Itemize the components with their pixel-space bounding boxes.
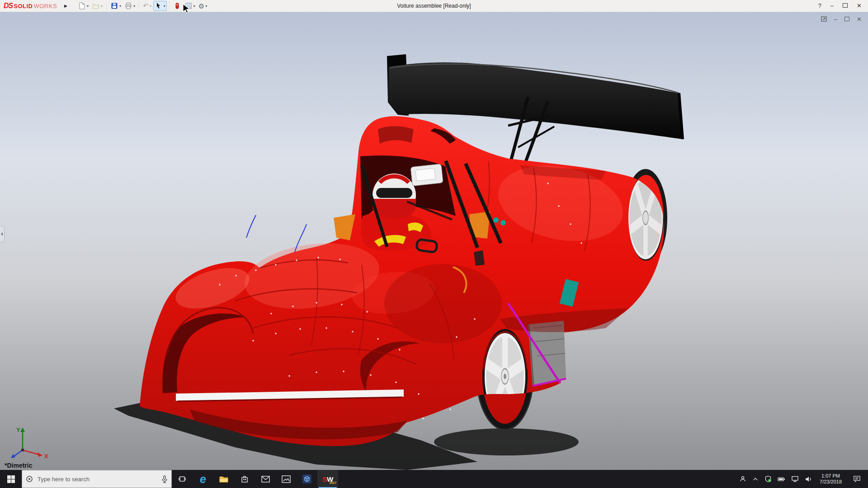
battery-button[interactable] — [778, 470, 785, 488]
dropdown-arrow-icon[interactable]: ▾ — [119, 4, 121, 8]
teal-detail — [493, 217, 499, 223]
doc-restore-icon — [844, 17, 849, 21]
people-button[interactable] — [739, 470, 746, 488]
select-tool-button[interactable]: ▾ — [153, 1, 167, 11]
document-window-controls: – ✕ — [821, 16, 862, 23]
edrawings-button[interactable] — [297, 470, 317, 488]
brand-solid: SOLID — [14, 3, 33, 9]
undo-button[interactable]: ↶ ▾ — [142, 2, 153, 10]
teal-detail — [500, 220, 506, 225]
dropdown-arrow-icon[interactable]: ▾ — [150, 4, 151, 8]
titlebar: DS SOLIDWORKS ▶ ▾ ▾ — [0, 0, 868, 12]
doc-minimize-button[interactable]: – — [834, 17, 837, 22]
file-explorer-button[interactable] — [213, 470, 234, 488]
orientation-triad[interactable]: Y X — [5, 424, 51, 460]
battery-icon — [778, 476, 785, 483]
show-hidden-icons-button[interactable] — [752, 470, 759, 488]
clock-date: 7/23/2018 — [820, 479, 842, 485]
cortana-icon — [26, 475, 33, 483]
edge-button[interactable]: e — [193, 470, 213, 488]
doc-restore-button[interactable] — [844, 17, 849, 22]
solidworks-logo: DS SOLIDWORKS — [4, 2, 57, 10]
print-button[interactable]: ▾ — [123, 1, 137, 11]
help-button[interactable]: ? — [818, 3, 821, 9]
feature-panel-handle[interactable] — [0, 226, 5, 242]
toolbar-separator — [169, 2, 170, 10]
dropdown-arrow-icon[interactable]: ▾ — [193, 4, 195, 8]
brand-works: WORKS — [33, 3, 57, 9]
file-explorer-icon — [219, 475, 228, 483]
open-folder-icon — [92, 2, 100, 10]
triad-x-label: X — [44, 453, 48, 460]
viewport-canvas[interactable] — [0, 12, 868, 470]
volume-button[interactable] — [805, 470, 812, 488]
network-icon — [791, 475, 799, 483]
print-icon — [124, 2, 132, 10]
new-document-icon — [78, 2, 86, 10]
ds-logo-icon: DS — [4, 2, 13, 10]
defender-button[interactable] — [764, 470, 772, 488]
toolbar-separator — [139, 2, 139, 10]
notification-icon — [853, 475, 861, 483]
taskbar-apps: e — [172, 470, 338, 488]
solidworks-window: DS SOLIDWORKS ▶ ▾ ▾ — [0, 0, 868, 488]
mail-icon — [261, 476, 270, 483]
photos-button[interactable] — [276, 470, 297, 488]
gear-icon: ⚙ — [198, 3, 204, 9]
start-button[interactable] — [0, 470, 22, 488]
appearance-button[interactable] — [172, 1, 183, 11]
taskbar-clock[interactable]: 1:07 PM 7/23/2018 — [820, 473, 842, 485]
options-button[interactable]: ⚙ ▾ — [197, 2, 208, 10]
close-button[interactable]: ✕ — [857, 3, 862, 9]
view-orientation-label: *Dimetric — [5, 462, 32, 469]
helmet-visor — [376, 188, 412, 198]
dropdown-arrow-icon[interactable]: ▾ — [133, 4, 135, 8]
window-controls: ? – ✕ — [818, 3, 868, 9]
toolbar-separator — [106, 2, 107, 10]
store-button[interactable] — [234, 470, 255, 488]
rear-view-mirror — [410, 164, 443, 186]
dropdown-arrow-icon[interactable]: ▾ — [101, 4, 103, 8]
design-table-button[interactable]: ▾ — [183, 1, 197, 11]
store-icon — [241, 475, 249, 483]
new-document-button[interactable]: ▾ — [76, 1, 90, 11]
system-tray: 1:07 PM 7/23/2018 — [739, 470, 868, 488]
volume-icon — [805, 476, 812, 483]
task-view-button[interactable] — [172, 470, 193, 488]
people-icon — [739, 475, 746, 483]
document-title: Voiture assemblee [Read-only] — [397, 3, 471, 9]
chevron-up-icon — [752, 476, 759, 482]
dock-window-icon — [821, 16, 827, 22]
save-floppy-icon — [110, 2, 118, 10]
minimize-button[interactable]: – — [830, 3, 834, 9]
side-vent — [474, 250, 485, 266]
dock-window-button[interactable] — [821, 16, 827, 23]
table-icon — [184, 2, 193, 10]
maximize-button[interactable] — [843, 3, 848, 9]
defender-shield-icon — [764, 475, 772, 483]
taskbar-search[interactable] — [22, 470, 172, 488]
action-center-button[interactable] — [849, 470, 864, 488]
open-document-button[interactable]: ▾ — [90, 1, 104, 11]
mail-button[interactable] — [255, 470, 276, 488]
wheel-shadow — [434, 428, 579, 455]
dropdown-arrow-icon[interactable]: ▾ — [164, 4, 165, 8]
network-button[interactable] — [791, 470, 799, 488]
triad-y-label: Y — [16, 427, 20, 433]
microphone-icon[interactable] — [161, 475, 168, 483]
edrawings-icon — [302, 474, 312, 484]
graphics-area: – ✕ Y X *Dimetric — [0, 12, 868, 470]
menu-flyout-button[interactable]: ▶ — [61, 3, 70, 9]
edge-icon: e — [200, 474, 206, 485]
dropdown-arrow-icon[interactable]: ▾ — [205, 4, 207, 8]
windows-taskbar: e — [0, 470, 868, 488]
appearance-icon — [173, 2, 181, 10]
solidworks-app-button[interactable]: SW 2017 — [317, 470, 338, 488]
task-view-icon — [178, 475, 186, 483]
clock-time: 1:07 PM — [820, 473, 842, 479]
doc-close-button[interactable]: ✕ — [857, 17, 862, 22]
save-button[interactable]: ▾ — [109, 1, 123, 11]
windows-logo-icon — [7, 475, 15, 483]
dropdown-arrow-icon[interactable]: ▾ — [87, 4, 89, 8]
search-input[interactable] — [37, 475, 158, 483]
